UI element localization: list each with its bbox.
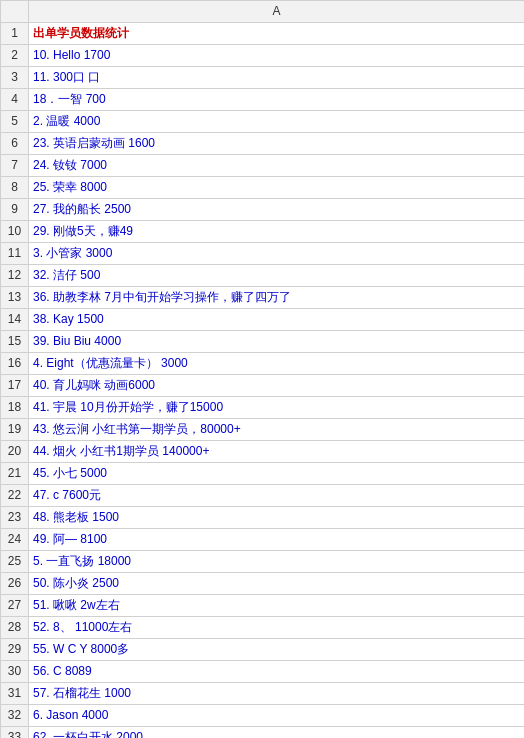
cell-value[interactable]: 55. W C Y 8000多 <box>29 639 525 661</box>
table-row: 311. 300口 口 <box>1 67 525 89</box>
cell-value[interactable]: 5. 一直飞扬 18000 <box>29 551 525 573</box>
row-number: 24 <box>1 529 29 551</box>
table-row: 2145. 小七 5000 <box>1 463 525 485</box>
cell-value[interactable]: 44. 烟火 小红书1期学员 140000+ <box>29 441 525 463</box>
cell-value[interactable]: 2. 温暖 4000 <box>29 111 525 133</box>
cell-value[interactable]: 27. 我的船长 2500 <box>29 199 525 221</box>
table-row: 1841. 宇晨 10月份开始学，赚了15000 <box>1 397 525 419</box>
cell-value[interactable]: 32. 洁仔 500 <box>29 265 525 287</box>
table-row: 1740. 育儿妈咪 动画6000 <box>1 375 525 397</box>
table-row: 1943. 悠云涧 小红书第一期学员，80000+ <box>1 419 525 441</box>
row-number: 3 <box>1 67 29 89</box>
row-number: 30 <box>1 661 29 683</box>
row-number: 18 <box>1 397 29 419</box>
cell-value[interactable]: 18．一智 700 <box>29 89 525 111</box>
table-row: 2852. 8、 11000左右 <box>1 617 525 639</box>
cell-value[interactable]: 40. 育儿妈咪 动画6000 <box>29 375 525 397</box>
row-number: 25 <box>1 551 29 573</box>
cell-value[interactable]: 11. 300口 口 <box>29 67 525 89</box>
cell-value[interactable]: 56. C 8089 <box>29 661 525 683</box>
row-number: 15 <box>1 331 29 353</box>
table-row: 52. 温暖 4000 <box>1 111 525 133</box>
row-number: 7 <box>1 155 29 177</box>
table-row: 1029. 刚做5天，赚49 <box>1 221 525 243</box>
cell-value[interactable]: 10. Hello 1700 <box>29 45 525 67</box>
table-row: 2247. c 7600元 <box>1 485 525 507</box>
row-number: 16 <box>1 353 29 375</box>
corner-header <box>1 1 29 23</box>
cell-value[interactable]: 4. Eight（优惠流量卡） 3000 <box>29 353 525 375</box>
row-number: 21 <box>1 463 29 485</box>
row-number: 2 <box>1 45 29 67</box>
table-row: 927. 我的船长 2500 <box>1 199 525 221</box>
cell-value[interactable]: 29. 刚做5天，赚49 <box>29 221 525 243</box>
table-row: 113. 小管家 3000 <box>1 243 525 265</box>
cell-value[interactable]: 52. 8、 11000左右 <box>29 617 525 639</box>
row-number: 6 <box>1 133 29 155</box>
cell-value[interactable]: 39. Biu Biu 4000 <box>29 331 525 353</box>
table-row: 1232. 洁仔 500 <box>1 265 525 287</box>
table-row: 1539. Biu Biu 4000 <box>1 331 525 353</box>
row-number: 26 <box>1 573 29 595</box>
cell-value[interactable]: 48. 熊老板 1500 <box>29 507 525 529</box>
row-number: 12 <box>1 265 29 287</box>
row-number: 29 <box>1 639 29 661</box>
cell-value[interactable]: 45. 小七 5000 <box>29 463 525 485</box>
row-number: 8 <box>1 177 29 199</box>
table-row: 418．一智 700 <box>1 89 525 111</box>
table-row: 210. Hello 1700 <box>1 45 525 67</box>
row-number: 20 <box>1 441 29 463</box>
cell-value[interactable]: 50. 陈小炎 2500 <box>29 573 525 595</box>
row-number: 17 <box>1 375 29 397</box>
row-number: 28 <box>1 617 29 639</box>
row-number: 4 <box>1 89 29 111</box>
cell-value[interactable]: 3. 小管家 3000 <box>29 243 525 265</box>
table-row: 724. 钕钕 7000 <box>1 155 525 177</box>
table-row: 2449. 阿— 8100 <box>1 529 525 551</box>
cell-value[interactable]: 38. Kay 1500 <box>29 309 525 331</box>
cell-value[interactable]: 62. 一杯白开水 2000 <box>29 727 525 739</box>
cell-value[interactable]: 47. c 7600元 <box>29 485 525 507</box>
cell-value[interactable]: 43. 悠云涧 小红书第一期学员，80000+ <box>29 419 525 441</box>
cell-value[interactable]: 51. 啾啾 2w左右 <box>29 595 525 617</box>
row-number: 5 <box>1 111 29 133</box>
table-row: 1出单学员数据统计 <box>1 23 525 45</box>
cell-value[interactable]: 36. 助教李林 7月中旬开始学习操作，赚了四万了 <box>29 287 525 309</box>
row-number: 1 <box>1 23 29 45</box>
row-number: 23 <box>1 507 29 529</box>
table-row: 2955. W C Y 8000多 <box>1 639 525 661</box>
row-number: 27 <box>1 595 29 617</box>
table-row: 2348. 熊老板 1500 <box>1 507 525 529</box>
row-number: 31 <box>1 683 29 705</box>
table-row: 2751. 啾啾 2w左右 <box>1 595 525 617</box>
cell-value[interactable]: 57. 石榴花生 1000 <box>29 683 525 705</box>
spreadsheet: A 1出单学员数据统计210. Hello 1700311. 300口 口418… <box>0 0 524 738</box>
cell-value[interactable]: 49. 阿— 8100 <box>29 529 525 551</box>
row-number: 32 <box>1 705 29 727</box>
table-row: 164. Eight（优惠流量卡） 3000 <box>1 353 525 375</box>
table-row: 255. 一直飞扬 18000 <box>1 551 525 573</box>
table-row: 825. 荣幸 8000 <box>1 177 525 199</box>
row-number: 11 <box>1 243 29 265</box>
cell-value[interactable]: 41. 宇晨 10月份开始学，赚了15000 <box>29 397 525 419</box>
col-a-header[interactable]: A <box>29 1 525 23</box>
row-number: 14 <box>1 309 29 331</box>
cell-value[interactable]: 25. 荣幸 8000 <box>29 177 525 199</box>
cell-value[interactable]: 6. Jason 4000 <box>29 705 525 727</box>
table-row: 2044. 烟火 小红书1期学员 140000+ <box>1 441 525 463</box>
table-row: 1336. 助教李林 7月中旬开始学习操作，赚了四万了 <box>1 287 525 309</box>
table-row: 1438. Kay 1500 <box>1 309 525 331</box>
row-number: 22 <box>1 485 29 507</box>
row-number: 13 <box>1 287 29 309</box>
cell-value[interactable]: 23. 英语启蒙动画 1600 <box>29 133 525 155</box>
table-row: 3157. 石榴花生 1000 <box>1 683 525 705</box>
cell-value[interactable]: 出单学员数据统计 <box>29 23 525 45</box>
cell-value[interactable]: 24. 钕钕 7000 <box>29 155 525 177</box>
row-number: 9 <box>1 199 29 221</box>
row-number: 19 <box>1 419 29 441</box>
table-row: 3362. 一杯白开水 2000 <box>1 727 525 739</box>
table-row: 623. 英语启蒙动画 1600 <box>1 133 525 155</box>
table-row: 2650. 陈小炎 2500 <box>1 573 525 595</box>
table-row: 3056. C 8089 <box>1 661 525 683</box>
table-row: 326. Jason 4000 <box>1 705 525 727</box>
